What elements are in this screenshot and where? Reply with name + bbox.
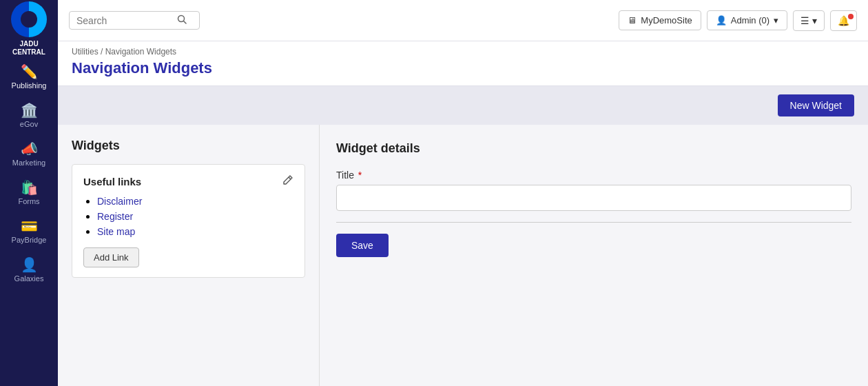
notification-button[interactable]: 🔔 [830,10,857,31]
link-sitemap[interactable]: Site map [97,226,135,237]
toolbar: New Widget [58,86,868,125]
site-label: MyDemoSite [641,15,692,26]
svg-line-1 [184,21,187,24]
add-link-button[interactable]: Add Link [83,247,139,267]
widgets-panel-title: Widgets [72,139,305,153]
admin-label: Admin (0) [731,15,769,26]
chevron-down-icon: ▾ [812,15,817,26]
widgets-panel: Widgets Useful links Disclaimer [58,125,320,386]
title-input[interactable] [336,185,851,211]
topbar-right: 🖥 MyDemoSite 👤 Admin (0) ▾ ☰ ▾ 🔔 [619,10,857,31]
details-panel: Widget details Title * Save [320,125,868,386]
logo-label: JADUCENTRAL [12,40,45,57]
list-item: Site map [97,225,293,238]
list-item: Disclaimer [97,195,293,207]
menu-icon-button[interactable]: ☰ ▾ [793,10,825,31]
sidebar-item-label: Publishing [12,81,47,90]
sidebar-item-label: Marketing [12,159,45,167]
widget-card-header: Useful links [83,174,293,188]
logo-icon [11,1,47,37]
sidebar-item-marketing[interactable]: 📣 Marketing [0,135,58,174]
site-button[interactable]: 🖥 MyDemoSite [619,10,701,30]
site-icon: 🖥 [628,15,637,26]
admin-button[interactable]: 👤 Admin (0) ▾ [707,10,787,30]
notification-dot [848,14,854,19]
widget-card-title: Useful links [83,176,141,187]
breadcrumb-link-navwidgets[interactable]: Navigation Widgets [105,47,176,57]
new-widget-button[interactable]: New Widget [778,94,854,116]
link-disclaimer[interactable]: Disclaimer [97,196,142,207]
required-marker: * [355,170,362,181]
breadcrumb: Utilities / Navigation Widgets [72,47,854,57]
search-wrapper [69,11,200,30]
sidebar-item-label: eGov [20,120,38,128]
sidebar-item-egov[interactable]: 🏛️ eGov [0,96,58,135]
publishing-icon: ✏️ [21,65,38,79]
logo: JADUCENTRAL [0,0,58,58]
chevron-down-icon: ▾ [774,15,778,26]
sidebar-item-label: Forms [18,197,39,205]
title-form-group: Title * [336,170,851,211]
sidebar-item-forms[interactable]: 🛍️ Forms [0,174,58,212]
sidebar: JADUCENTRAL ✏️ Publishing 🏛️ eGov 📣 Mark… [0,0,58,386]
page-title: Navigation Widgets [72,59,854,77]
breadcrumb-link-utilities[interactable]: Utilities [72,47,99,57]
sidebar-item-publishing[interactable]: ✏️ Publishing [0,58,58,96]
list-item: Register [97,210,293,223]
paybridge-icon: 💳 [21,219,38,233]
menu-icon: ☰ [800,15,809,26]
title-label: Title * [336,170,851,181]
breadcrumb-separator: / [101,47,105,57]
widget-card-useful-links: Useful links Disclaimer Register [72,164,305,278]
breadcrumb-area: Utilities / Navigation Widgets Navigatio… [58,41,868,86]
edit-widget-button[interactable] [282,174,293,188]
widget-links-list: Disclaimer Register Site map [83,195,293,238]
sidebar-item-galaxies[interactable]: 👤 Galaxies [0,251,58,290]
egov-icon: 🏛️ [21,103,38,117]
sidebar-item-label: PayBridge [12,236,47,244]
form-divider [336,222,851,223]
link-register[interactable]: Register [97,211,133,222]
content-area: Widgets Useful links Disclaimer [58,125,868,386]
galaxies-icon: 👤 [21,258,38,272]
main-content: 🖥 MyDemoSite 👤 Admin (0) ▾ ☰ ▾ 🔔 Utiliti… [58,0,868,386]
save-button[interactable]: Save [336,234,389,257]
svg-line-2 [289,177,291,179]
search-input[interactable] [76,15,173,26]
search-icon [177,14,187,26]
marketing-icon: 📣 [21,142,38,156]
topbar: 🖥 MyDemoSite 👤 Admin (0) ▾ ☰ ▾ 🔔 [58,0,868,41]
details-panel-title: Widget details [336,141,851,156]
sidebar-item-label: Galaxies [14,274,44,283]
sidebar-item-paybridge[interactable]: 💳 PayBridge [0,212,58,251]
admin-icon: 👤 [716,15,727,26]
forms-icon: 🛍️ [21,181,38,194]
